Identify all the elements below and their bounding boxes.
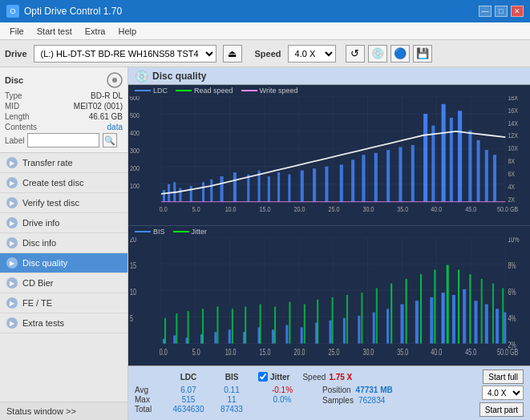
close-button[interactable]: ✕ xyxy=(511,6,524,17)
avg-ldc: 6.07 xyxy=(165,386,212,394)
svg-text:15.0: 15.0 xyxy=(260,347,271,357)
drive-select[interactable]: (L:) HL-DT-ST BD-RE WH16NS58 TST4 xyxy=(34,45,216,63)
nav-item-extra-tests[interactable]: ▶ Extra tests xyxy=(0,313,127,333)
disc-mid-row: MID MEIT02 (001) xyxy=(5,102,123,111)
disc-panel: Disc Type BD-R DL MID MEIT02 (001) Lengt… xyxy=(0,67,127,153)
svg-text:200: 200 xyxy=(130,164,140,172)
drivebar: Drive (L:) HL-DT-ST BD-RE WH16NS58 TST4 … xyxy=(0,40,530,67)
nav-items: ▶ Transfer rate ▶ Create test disc ▶ Ver… xyxy=(0,153,127,333)
svg-rect-51 xyxy=(190,186,192,202)
nav-item-verify-test-disc[interactable]: ▶ Verify test disc xyxy=(0,193,127,213)
svg-rect-140 xyxy=(245,306,246,343)
svg-rect-112 xyxy=(229,329,231,343)
svg-rect-129 xyxy=(463,289,466,343)
svg-text:0.0: 0.0 xyxy=(160,205,168,213)
svg-rect-50 xyxy=(179,188,181,202)
svg-rect-64 xyxy=(340,164,343,201)
svg-text:10%: 10% xyxy=(508,237,519,244)
drive-label: Drive xyxy=(5,49,27,59)
start-part-button[interactable]: Start part xyxy=(479,402,524,417)
drive-action-btn-1[interactable]: ↺ xyxy=(346,45,365,63)
stats-table: Avg 6.07 0.11 -0.1% Max 515 11 0.0% Tota… xyxy=(135,386,306,414)
maximize-button[interactable]: □ xyxy=(495,6,508,17)
speed-stat-label: Speed xyxy=(302,373,326,382)
drive-action-btn-2[interactable]: 💿 xyxy=(368,45,387,63)
menu-help[interactable]: Help xyxy=(111,25,143,38)
speed-label: Speed xyxy=(255,49,281,59)
nav-item-transfer-rate[interactable]: ▶ Transfer rate xyxy=(0,153,127,173)
drive-action-btn-3[interactable]: 🔵 xyxy=(390,45,410,63)
svg-rect-123 xyxy=(386,309,389,343)
svg-text:4X: 4X xyxy=(508,183,515,191)
label-input[interactable] xyxy=(27,133,99,147)
type-value: BD-R DL xyxy=(91,91,123,100)
svg-rect-128 xyxy=(452,295,455,344)
svg-rect-143 xyxy=(289,301,290,343)
drive-action-btn-4[interactable]: 💾 xyxy=(413,45,432,63)
position-value: 47731 MB xyxy=(356,386,393,394)
ldc-color xyxy=(135,90,151,91)
disc-contents-row: Contents data xyxy=(5,123,123,131)
avg-row: Avg 6.07 0.11 -0.1% xyxy=(135,386,306,394)
write-color xyxy=(241,90,257,91)
bis-label: BIS xyxy=(153,228,165,236)
nav-item-transfer-rate-label: Transfer rate xyxy=(22,158,73,168)
svg-text:25.0: 25.0 xyxy=(328,347,339,357)
svg-rect-121 xyxy=(358,315,360,343)
svg-rect-152 xyxy=(420,274,422,343)
svg-text:300: 300 xyxy=(130,147,140,155)
svg-rect-144 xyxy=(304,304,305,343)
speed-select[interactable]: 4.0 X xyxy=(288,45,336,63)
disc-panel-icon xyxy=(107,72,123,88)
nav-item-create-test-disc[interactable]: ▶ Create test disc xyxy=(0,173,127,193)
svg-text:5.0: 5.0 xyxy=(192,205,200,213)
titlebar-title-area: O Opti Drive Control 1.70 xyxy=(6,5,122,18)
main-layout: Disc Type BD-R DL MID MEIT02 (001) Lengt… xyxy=(0,67,530,420)
nav-item-fe-te[interactable]: ▶ FE / TE xyxy=(0,293,127,313)
stats-bar: LDC BIS Jitter Speed 1.75 X Start full xyxy=(128,365,530,420)
svg-text:6%: 6% xyxy=(508,287,516,297)
svg-rect-59 xyxy=(277,172,280,202)
svg-rect-148 xyxy=(361,293,362,343)
speed-stat-group: Speed 1.75 X xyxy=(302,373,352,382)
bis-color xyxy=(135,231,151,232)
status-window-button[interactable]: Status window >> xyxy=(0,402,127,420)
svg-point-1 xyxy=(112,78,117,83)
jitter-checkbox[interactable] xyxy=(258,372,268,382)
svg-rect-137 xyxy=(202,309,204,343)
svg-rect-122 xyxy=(373,312,375,343)
ldc-header: LDC xyxy=(165,373,212,382)
svg-text:35.0: 35.0 xyxy=(397,347,408,357)
menu-start-test[interactable]: Start test xyxy=(30,25,79,38)
svg-rect-151 xyxy=(406,278,407,343)
svg-rect-79 xyxy=(493,155,496,202)
eject-button[interactable]: ⏏ xyxy=(223,45,242,63)
samples-row: Samples 762834 xyxy=(322,396,393,405)
nav-item-drive-info[interactable]: ▶ Drive info xyxy=(0,213,127,233)
menu-file[interactable]: File xyxy=(3,25,30,38)
svg-rect-52 xyxy=(202,182,204,201)
svg-rect-58 xyxy=(268,176,270,202)
svg-rect-69 xyxy=(399,147,402,201)
svg-text:40.0: 40.0 xyxy=(431,205,442,213)
svg-rect-61 xyxy=(301,171,304,202)
menu-extra[interactable]: Extra xyxy=(79,25,112,38)
label-label: Label xyxy=(5,136,24,145)
disc-info-icon: ▶ xyxy=(6,237,18,248)
svg-text:100: 100 xyxy=(130,182,140,190)
nav-item-cd-bier[interactable]: ▶ CD Bier xyxy=(0,273,127,293)
drive-info-icon: ▶ xyxy=(6,217,18,228)
disc-quality-icon: ▶ xyxy=(6,257,18,269)
nav-item-disc-info[interactable]: ▶ Disc info xyxy=(0,233,127,253)
nav-item-disc-quality[interactable]: ▶ Disc quality xyxy=(0,253,127,273)
content-area: 💿 Disc quality LDC Read speed xyxy=(128,67,530,420)
minimize-button[interactable]: — xyxy=(479,6,492,17)
speed-select-stat[interactable]: 4.0 X xyxy=(482,386,524,400)
start-full-button[interactable]: Start full xyxy=(483,370,524,384)
legend-bis: BIS xyxy=(135,228,165,236)
contents-label: Contents xyxy=(5,123,37,131)
app-title: Opti Drive Control 1.70 xyxy=(24,6,122,17)
max-label: Max xyxy=(135,395,165,404)
label-search-button[interactable]: 🔍 xyxy=(103,133,117,147)
total-label: Total xyxy=(135,405,165,414)
